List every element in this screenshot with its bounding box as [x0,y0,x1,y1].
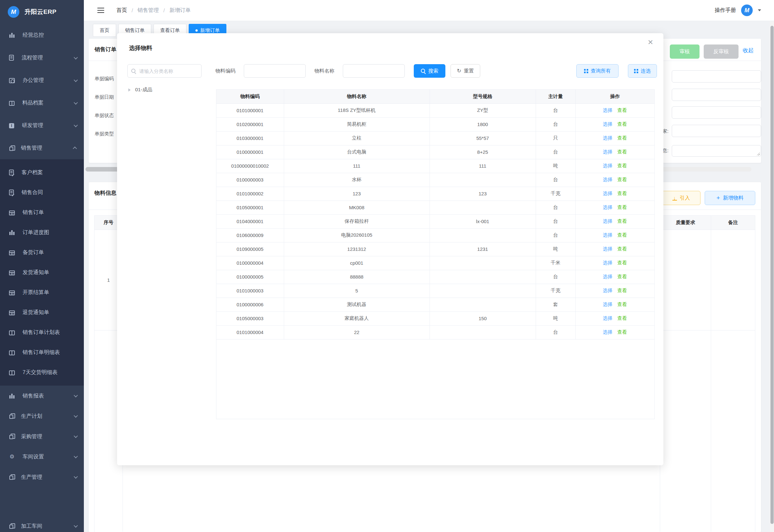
sidebar-item-经营总控[interactable]: 经营总控 [0,24,84,46]
open-book-icon [9,350,15,355]
view-link[interactable]: 查看 [617,301,627,307]
search-button[interactable]: 搜索 [414,64,445,78]
sidebar-item-销售订单计划表[interactable]: 销售订单计划表 [0,322,84,342]
category-search-input[interactable] [127,64,202,78]
view-link[interactable]: 查看 [617,246,627,251]
select-link[interactable]: 选择 [603,191,612,196]
select-link[interactable]: 选择 [603,218,612,224]
select-link[interactable]: 选择 [603,163,612,168]
select-link[interactable]: 选择 [603,246,612,251]
vertical-scrollbar-thumb[interactable] [770,26,774,524]
select-link[interactable]: 选择 [603,177,612,182]
select-link[interactable]: 选择 [603,149,612,154]
add-material-button[interactable]: + 新增物料 [705,191,755,205]
table-row: 010900000512313121231吨选择查看 [216,242,654,256]
view-link[interactable]: 查看 [617,191,627,196]
sidebar-item-销售管理[interactable]: 销售管理 [0,137,84,159]
sidebar-item-退货通知单[interactable]: 退货通知单 [0,302,84,322]
multi-select-button[interactable]: 连选 [628,64,657,78]
order-input-4[interactable] [672,125,761,137]
order-input-3[interactable] [672,106,761,119]
select-link[interactable]: 选择 [603,274,612,279]
collapse-link[interactable]: 收起 [743,47,754,54]
view-link[interactable]: 查看 [617,135,627,141]
order-input-2[interactable] [672,89,761,101]
material-code-input[interactable] [244,64,306,78]
sidebar-item-订单进度图[interactable]: 订单进度图 [0,222,84,242]
sidebar-item-发货通知单[interactable]: 发货通知单 [0,262,84,282]
open-book-icon [9,330,15,335]
select-link[interactable]: 选择 [603,315,612,321]
copy-icon [9,476,13,480]
copy-icon [9,415,13,419]
order-input-1[interactable] [672,70,761,83]
sidebar-item-销售合同[interactable]: 销售合同 [0,182,84,202]
view-link[interactable]: 查看 [617,218,627,224]
select-link[interactable]: 选择 [603,329,612,335]
sidebar-item-销售订单[interactable]: 销售订单 [0,202,84,222]
cell-code: 0105000001 [216,201,284,214]
import-button[interactable]: ↓ 引入 [662,191,700,205]
sidebar-item-流程管理[interactable]: 流程管理 [0,46,84,69]
sidebar-item-料品档案[interactable]: 料品档案 [0,92,84,114]
select-link[interactable]: 选择 [603,135,612,141]
close-icon[interactable]: × [648,38,653,47]
sidebar-item-办公管理[interactable]: 办公管理 [0,69,84,92]
audit-button[interactable]: 审核 [670,44,700,59]
view-link[interactable]: 查看 [617,204,627,210]
view-link[interactable]: 查看 [617,260,627,265]
sidebar-item-车间设置[interactable]: ⚙车间设置 [0,447,84,467]
sidebar-item-客户档案[interactable]: 客户档案 [0,163,84,182]
sidebar-item-加工车间[interactable]: 加工车间 [0,516,84,532]
select-link[interactable]: 选择 [603,121,612,127]
view-link[interactable]: 查看 [617,149,627,154]
view-link[interactable]: 查看 [617,329,627,335]
select-link[interactable]: 选择 [603,260,612,265]
view-link[interactable]: 查看 [617,315,627,321]
app-title: 升阳云ERP [25,8,56,16]
resize-handle-icon[interactable] [757,152,760,155]
material-code-label: 物料编码 [215,64,235,78]
manual-link[interactable]: 操作手册 [715,7,736,14]
view-link[interactable]: 查看 [617,288,627,293]
select-link[interactable]: 选择 [603,301,612,307]
sidebar-item-采购管理[interactable]: 采购管理 [0,426,84,447]
table-row: 01010000035千克选择查看 [216,284,654,298]
chevron-down-icon[interactable] [758,9,761,13]
id-card-icon [9,78,15,83]
select-link[interactable]: 选择 [603,107,612,113]
view-link[interactable]: 查看 [617,177,627,182]
select-link[interactable]: 选择 [603,232,612,238]
view-link[interactable]: 查看 [617,274,627,279]
tab-首页[interactable]: 首页 [93,24,116,37]
sidebar-item-销售报表[interactable]: 销售报表 [0,386,84,406]
sidebar-item-研发管理[interactable]: 研发管理 [0,114,84,137]
sidebar-item-label: 经营总控 [23,32,44,39]
search-button-label: 搜索 [428,68,438,74]
collapse-menu-icon[interactable] [97,8,104,13]
query-all-button[interactable]: 查询所有 [576,64,619,78]
select-link[interactable]: 选择 [603,204,612,210]
sidebar-item-生产计划[interactable]: 生产计划 [0,406,84,426]
view-link[interactable]: 查看 [617,232,627,238]
sidebar-item-生产管理[interactable]: 生产管理 [0,467,84,487]
caret-right-icon[interactable] [128,88,132,92]
view-link[interactable]: 查看 [617,163,627,168]
breadcrumb-item-首页[interactable]: 首页 [116,7,127,14]
view-link[interactable]: 查看 [617,107,627,113]
view-link[interactable]: 查看 [617,121,627,127]
sidebar-item-开票结算单[interactable]: 开票结算单 [0,282,84,302]
reset-button[interactable]: ↻ 重置 [451,64,480,78]
avatar[interactable]: M [741,5,753,16]
select-link[interactable]: 选择 [603,288,612,293]
column-header-型号规格: 型号规格 [430,90,536,103]
book-icon [9,101,15,106]
sidebar-item-备货订单[interactable]: 备货订单 [0,242,84,262]
order-textarea[interactable] [672,145,761,157]
sidebar-item-7天交货明细表[interactable]: 7天交货明细表 [0,362,84,382]
unaudit-button[interactable]: 反审核 [704,44,739,59]
tree-node-finished-goods[interactable]: 01-成品 [128,86,152,93]
vertical-scrollbar[interactable] [770,21,774,532]
sidebar-item-销售订单明细表[interactable]: 销售订单明细表 [0,342,84,362]
material-name-input[interactable] [343,64,405,78]
